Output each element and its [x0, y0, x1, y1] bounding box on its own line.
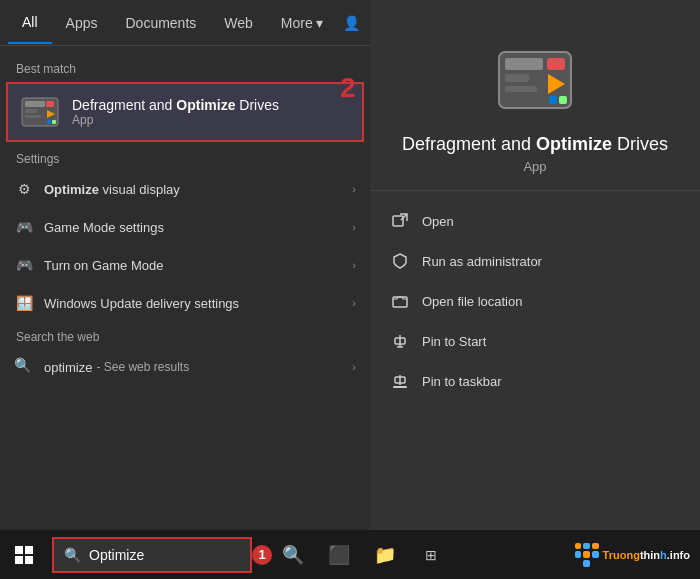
open-label: Open [422, 214, 454, 229]
open-file-location-label: Open file location [422, 294, 522, 309]
action-pin-start[interactable]: Pin to Start [370, 321, 700, 361]
settings-label: Settings [0, 144, 370, 170]
svg-rect-24 [393, 386, 407, 388]
tab-apps[interactable]: Apps [52, 3, 112, 43]
app-name-bold: Optimize [176, 97, 235, 113]
action-run-as-admin[interactable]: Run as administrator [370, 241, 700, 281]
settings-item-1[interactable]: 🎮 Game Mode settings › [0, 208, 370, 246]
action-open[interactable]: Open [370, 201, 700, 241]
svg-rect-12 [547, 58, 565, 70]
svg-rect-7 [52, 120, 56, 124]
annotation-2: 2 [340, 72, 356, 104]
search-box-text: Optimize [89, 547, 240, 563]
settings-item-0[interactable]: ⚙ Optimize visual display › [0, 170, 370, 208]
svg-rect-11 [505, 86, 537, 92]
taskbar-search-icon[interactable]: 🔍 [272, 530, 314, 579]
game-mode-on-text: Turn on Game Mode [44, 258, 352, 273]
best-match-item[interactable]: Defragment and Optimize Drives App [6, 82, 364, 142]
game-mode-on-icon: 🎮 [14, 255, 34, 275]
tab-web[interactable]: Web [210, 3, 267, 43]
right-panel: Defragment and Optimize Drives App Open [370, 0, 700, 530]
action-list: Open Run as administrator Open file [370, 191, 700, 411]
pin-start-label: Pin to Start [422, 334, 486, 349]
app-detail-name: Defragment and Optimize Drives [402, 134, 668, 155]
search-box-icon: 🔍 [64, 547, 81, 563]
detail-name-plain: Defragment and [402, 134, 536, 154]
game-mode-icon: 🎮 [14, 217, 34, 237]
svg-rect-1 [25, 101, 45, 107]
app-type-label: App [72, 113, 279, 127]
web-search-item[interactable]: 🔍 optimize - See web results › [0, 348, 370, 386]
pin-taskbar-icon [390, 371, 410, 391]
optimize-display-icon: ⚙ [14, 179, 34, 199]
svg-rect-14 [549, 96, 557, 104]
svg-rect-10 [505, 74, 529, 82]
person-icon[interactable]: 👤 [337, 11, 366, 35]
chevron-icon-0: › [352, 183, 356, 195]
tab-documents[interactable]: Documents [111, 3, 210, 43]
windows-update-text: Windows Update delivery settings [44, 296, 352, 311]
tab-more[interactable]: More ▾ [267, 3, 337, 43]
tab-all[interactable]: All [8, 2, 52, 44]
chevron-icon-2: › [352, 259, 356, 271]
svg-rect-6 [47, 120, 51, 124]
taskbar: 🔍 Optimize 1 🔍 ⬛ 📁 ⊞ [0, 530, 700, 579]
web-chevron-icon: › [352, 361, 356, 373]
taskbar-task-view-icon[interactable]: ⬛ [318, 530, 360, 579]
action-pin-taskbar[interactable]: Pin to taskbar [370, 361, 700, 401]
pin-start-icon [390, 331, 410, 351]
defrag-icon [20, 92, 60, 132]
detail-name-bold: Optimize [536, 134, 612, 154]
detail-name-suffix: Drives [612, 134, 668, 154]
action-open-file-location[interactable]: Open file location [370, 281, 700, 321]
app-name-suffix: Drives [235, 97, 279, 113]
settings-item-3[interactable]: 🪟 Windows Update delivery settings › [0, 284, 370, 322]
best-match-text: Defragment and Optimize Drives App [72, 97, 279, 127]
run-as-admin-icon [390, 251, 410, 271]
svg-line-17 [401, 214, 407, 220]
app-detail: Defragment and Optimize Drives App [370, 20, 700, 191]
start-button[interactable] [0, 530, 48, 579]
web-search-icon: 🔍 [14, 357, 34, 377]
taskbar-right: Truongthinh.info [575, 543, 700, 567]
svg-rect-2 [25, 109, 37, 113]
taskbar-store-icon[interactable]: ⊞ [410, 530, 452, 579]
chevron-icon-1: › [352, 221, 356, 233]
optimize-display-text: Optimize visual display [44, 182, 352, 197]
settings-item-2[interactable]: 🎮 Turn on Game Mode › [0, 246, 370, 284]
windows-logo [15, 546, 33, 564]
app-name-plain: Defragment and [72, 97, 176, 113]
pin-taskbar-label: Pin to taskbar [422, 374, 502, 389]
svg-rect-4 [46, 101, 54, 107]
taskbar-file-explorer-icon[interactable]: 📁 [364, 530, 406, 579]
windows-update-icon: 🪟 [14, 293, 34, 313]
app-detail-type: App [523, 159, 546, 174]
tab-bar: All Apps Documents Web More ▾ 👤 ··· [0, 0, 370, 46]
menu-content: Best match [0, 46, 370, 530]
game-mode-text: Game Mode settings [44, 220, 352, 235]
web-query: optimize [44, 360, 92, 375]
svg-rect-9 [505, 58, 543, 70]
open-file-location-icon [390, 291, 410, 311]
chevron-icon-3: › [352, 297, 356, 309]
search-badge: 1 [252, 545, 272, 565]
watermark-text: Truongthinh.info [603, 549, 690, 561]
screen: All Apps Documents Web More ▾ 👤 ··· Best… [0, 0, 700, 579]
svg-rect-16 [393, 216, 403, 226]
run-as-admin-label: Run as administrator [422, 254, 542, 269]
web-search-label: Search the web [0, 322, 370, 348]
see-web-results: - See web results [96, 360, 189, 374]
open-icon [390, 211, 410, 231]
app-icon-large [495, 40, 575, 120]
search-box[interactable]: 🔍 Optimize 1 [52, 537, 252, 573]
start-menu: All Apps Documents Web More ▾ 👤 ··· Best… [0, 0, 370, 530]
svg-rect-15 [559, 96, 567, 104]
best-match-label: Best match [0, 54, 370, 80]
taskbar-center-icons: 🔍 ⬛ 📁 ⊞ [272, 530, 452, 579]
svg-rect-3 [25, 115, 41, 118]
